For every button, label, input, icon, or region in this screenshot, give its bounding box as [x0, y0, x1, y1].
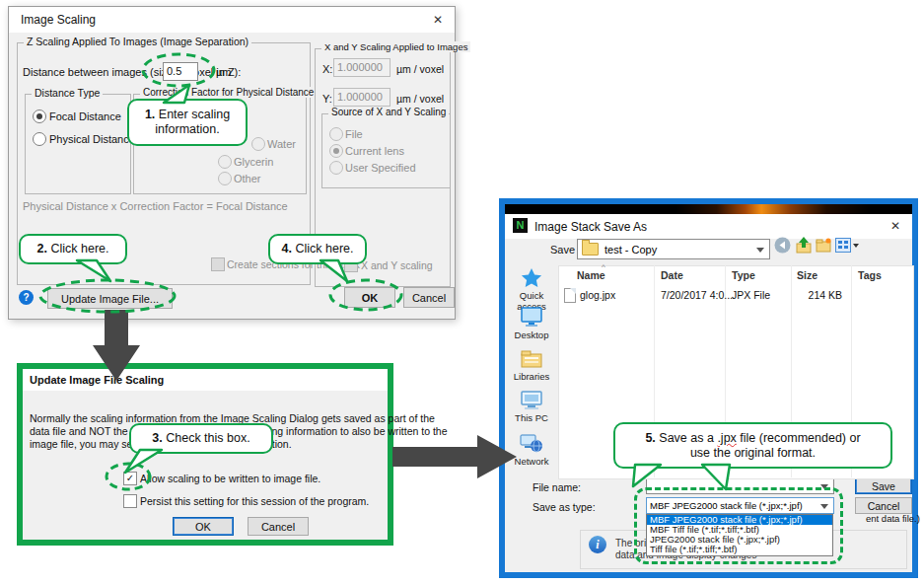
image-scaling-titlebar[interactable]: Image Scaling ✕	[9, 7, 455, 33]
sidebar-item-label: Network	[515, 456, 549, 467]
callout-5: 5. Save as a .jpx file (recommended) or …	[613, 422, 892, 469]
close-icon[interactable]: ✕	[433, 13, 443, 27]
callout-5-line2: use the original format.	[690, 446, 816, 461]
callout-4-number: 4.	[282, 242, 292, 256]
x-value-input[interactable]: 1.000000	[333, 58, 391, 77]
image-scaling-title: Image Scaling	[21, 13, 96, 27]
file-name-label: File name:	[533, 481, 581, 493]
update-image-file-scaling-dialog: Update Image File Scaling Normally the s…	[17, 363, 393, 546]
column-header-tags[interactable]: Tags	[858, 269, 882, 281]
y-unit: µm / voxel	[396, 93, 444, 105]
sidebar-item-desktop[interactable]: Desktop	[505, 307, 558, 340]
dropdown-option[interactable]: MBF JPEG2000 stack file (*.jpx;*.jpf)	[647, 515, 832, 525]
group-correction-factor-label: Correction Factor for Physical Distance	[140, 87, 317, 98]
sidebar-item-label: Desktop	[515, 329, 549, 340]
file-size-cell[interactable]: 214 KB	[767, 289, 842, 301]
update-cancel-button[interactable]: Cancel	[248, 517, 309, 536]
group-distance-type-label: Distance Type	[32, 87, 103, 99]
close-icon[interactable]: ✕	[890, 219, 900, 233]
group-z-scaling-label: Z Scaling Applied To Images (Image Separ…	[24, 36, 251, 47]
sidebar-item-quick-access[interactable]: Quick access	[505, 267, 558, 312]
radio-physical-distance[interactable]	[33, 132, 46, 146]
libraries-icon	[520, 348, 543, 369]
dropdown-option[interactable]: MBF Tiff file (*.tif;*.tiff;*.btf)	[647, 525, 832, 535]
views-menu-icon[interactable]	[835, 238, 851, 253]
persist-setting-checkbox[interactable]	[123, 494, 137, 508]
update-dialog-title: Update Image File Scaling	[30, 374, 164, 386]
file-icon	[564, 288, 576, 303]
create-sections-checkbox[interactable]	[211, 257, 225, 271]
save-in-value: test - Copy	[604, 244, 657, 256]
chevron-down-icon	[820, 504, 828, 509]
save-as-type-label: Save as type:	[533, 501, 596, 513]
persist-setting-label: Persist this setting for this session of…	[140, 495, 369, 507]
star-icon	[521, 267, 542, 288]
background-image-strip	[505, 204, 912, 214]
save-in-combobox[interactable]: test - Copy	[577, 239, 770, 259]
allow-scaling-checkbox[interactable]: ✓	[123, 472, 137, 485]
file-name-input[interactable]	[646, 477, 834, 494]
ok-button[interactable]: OK	[344, 287, 395, 308]
desktop-icon	[520, 307, 543, 328]
update-dialog-titlebar[interactable]: Update Image File Scaling	[23, 369, 388, 391]
dropdown-option[interactable]: JPEG2000 stack file (*.jpx;*.jpf)	[647, 535, 832, 545]
radio-glycerin[interactable]	[218, 155, 232, 169]
cancel-button[interactable]: Cancel	[403, 287, 455, 308]
file-name-cell[interactable]: glog.jpx	[580, 289, 615, 301]
save-as-type-dropdown-list: MBF JPEG2000 stack file (*.jpx;*.jpf) MB…	[646, 514, 833, 556]
update-image-file-button[interactable]: Update Image File...	[47, 288, 173, 309]
radio-other-label: Other	[234, 173, 261, 184]
radio-physical-distance-label: Physical Distance	[49, 133, 135, 145]
group-xy-scaling-label: X and Y Scaling Applied to Images	[321, 41, 470, 52]
truncated-note-fragment: ent data file.)	[866, 513, 920, 524]
radio-current-lens-label: Current lens	[345, 145, 404, 157]
save-dialog-title: Image Stack Save As	[534, 220, 647, 234]
file-type-cell[interactable]: JPX File	[732, 289, 770, 301]
column-header-date[interactable]: Date	[661, 269, 683, 281]
up-one-level-icon[interactable]	[796, 237, 813, 254]
callout-2-number: 2.	[37, 242, 47, 256]
distance-input[interactable]: 0.5	[163, 62, 198, 81]
screenshot-canvas: Image Scaling ✕ Z Scaling Applied To Ima…	[0, 0, 924, 585]
help-icon[interactable]: ?	[19, 290, 34, 305]
sidebar-item-libraries[interactable]: Libraries	[505, 348, 558, 382]
back-button-icon[interactable]	[774, 237, 791, 254]
xy-scaling-checkbox-label: X and Y scaling	[361, 259, 433, 271]
column-header-size[interactable]: Size	[797, 269, 817, 281]
x-unit: µm / voxel	[396, 63, 444, 75]
app-icon: N	[513, 218, 528, 233]
radio-file[interactable]	[329, 127, 343, 141]
callout-1-text: Enter scaling information.	[155, 108, 230, 136]
new-folder-icon[interactable]	[816, 237, 832, 254]
radio-current-lens[interactable]	[329, 144, 343, 158]
sidebar-item-network[interactable]: Network	[505, 433, 558, 467]
update-ok-button[interactable]: OK	[173, 517, 234, 536]
callout-3-text: Check this box.	[166, 431, 249, 445]
callout-5-jpx: .jpx	[717, 431, 736, 445]
callout-3-number: 3.	[152, 431, 162, 445]
column-header-type[interactable]: Type	[732, 269, 755, 281]
save-cancel-button[interactable]: Cancel	[855, 497, 912, 514]
save-as-type-value: MBF JPEG2000 stack file (*.jpx;*.jpf)	[650, 500, 803, 511]
dropdown-option[interactable]: Tiff file (*.tif;*.tiff;*.btf)	[647, 545, 832, 554]
sort-ascending-icon: ^	[602, 262, 605, 271]
callout-2: 2. Click here.	[19, 234, 127, 264]
chevron-down-icon	[756, 248, 764, 253]
file-date-cell[interactable]: 7/20/2017 4:0...	[661, 289, 733, 301]
network-icon	[520, 433, 543, 454]
distance-unit: µm	[216, 66, 232, 78]
radio-other[interactable]	[218, 172, 232, 185]
save-dialog-titlebar[interactable]: N Image Stack Save As ✕	[505, 214, 912, 239]
save-as-type-combobox[interactable]: MBF JPEG2000 stack file (*.jpx;*.jpf)	[646, 497, 834, 514]
save-button[interactable]: Save	[855, 477, 912, 494]
sidebar-item-this-pc[interactable]: This PC	[505, 390, 558, 423]
sidebar-item-label: This PC	[515, 412, 548, 423]
callout-1-number: 1.	[145, 108, 155, 121]
views-dropdown-arrow-icon[interactable]	[853, 244, 859, 248]
radio-focal-distance[interactable]	[33, 110, 46, 123]
radio-user-specified[interactable]	[329, 161, 343, 175]
radio-focal-distance-label: Focal Distance	[49, 110, 121, 122]
y-value-input[interactable]: 1.000000	[333, 88, 391, 107]
radio-water[interactable]	[251, 137, 265, 151]
callout-1: 1. Enter scaling information.	[127, 99, 248, 146]
